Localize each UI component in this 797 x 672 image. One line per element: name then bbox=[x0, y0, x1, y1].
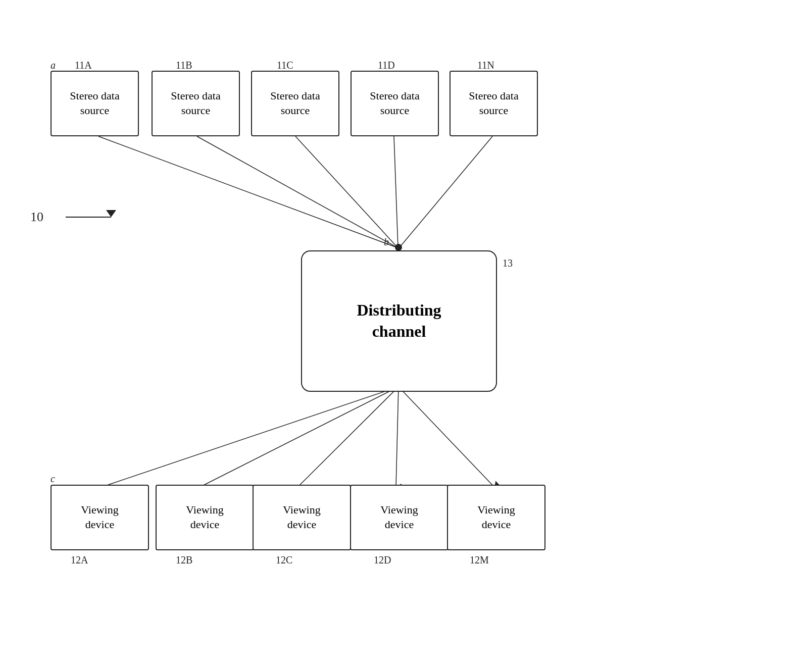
system-ref-label: 10 bbox=[30, 210, 43, 225]
source-id-11C: 11C bbox=[277, 60, 293, 71]
source-label-11A: Stereo datasource bbox=[70, 89, 119, 118]
viewer-id-12M: 12M bbox=[470, 554, 489, 566]
viewer-label-12A: Viewingdevice bbox=[81, 503, 118, 532]
source-box-11D: Stereo datasource bbox=[351, 71, 439, 136]
distributing-channel-ref: 13 bbox=[503, 257, 513, 269]
svg-line-7 bbox=[400, 136, 492, 247]
ref-point-c: c bbox=[51, 473, 55, 485]
viewer-label-12B: Viewingdevice bbox=[186, 503, 223, 532]
viewer-id-12D: 12D bbox=[374, 554, 391, 566]
source-label-11N: Stereo datasource bbox=[469, 89, 518, 118]
svg-line-3 bbox=[98, 136, 396, 247]
source-label-11C: Stereo datasource bbox=[270, 89, 320, 118]
source-box-11B: Stereo datasource bbox=[152, 71, 240, 136]
svg-line-10 bbox=[200, 387, 398, 487]
source-id-11A: 11A bbox=[75, 60, 92, 71]
viewer-box-12C: Viewingdevice bbox=[253, 485, 351, 550]
ref-point-b: b bbox=[384, 236, 389, 248]
viewer-box-12D: Viewingdevice bbox=[350, 485, 449, 550]
viewer-id-12A: 12A bbox=[71, 554, 88, 566]
viewer-box-12M: Viewingdevice bbox=[447, 485, 545, 550]
viewer-box-12B: Viewingdevice bbox=[156, 485, 254, 550]
source-box-11C: Stereo datasource bbox=[251, 71, 339, 136]
viewer-box-12A: Viewingdevice bbox=[51, 485, 149, 550]
svg-line-13 bbox=[398, 387, 494, 487]
svg-line-11 bbox=[297, 387, 398, 487]
svg-line-12 bbox=[396, 387, 398, 487]
source-id-11B: 11B bbox=[176, 60, 192, 71]
viewer-id-12B: 12B bbox=[176, 554, 192, 566]
source-box-11A: Stereo datasource bbox=[51, 71, 139, 136]
source-box-11N: Stereo datasource bbox=[450, 71, 538, 136]
svg-line-9 bbox=[101, 387, 398, 487]
svg-line-4 bbox=[197, 136, 397, 247]
distributing-channel-box: Distributingchannel bbox=[301, 250, 497, 392]
source-id-11D: 11D bbox=[378, 60, 395, 71]
ref-point-a: a bbox=[51, 60, 56, 71]
diagram: 10 Stereo datasource a 11A Stereo dataso… bbox=[0, 0, 797, 672]
svg-line-5 bbox=[295, 136, 397, 247]
svg-point-8 bbox=[395, 244, 402, 251]
viewer-id-12C: 12C bbox=[276, 554, 292, 566]
viewer-label-12D: Viewingdevice bbox=[380, 503, 418, 532]
viewer-label-12M: Viewingdevice bbox=[477, 503, 515, 532]
source-id-11N: 11N bbox=[477, 60, 494, 71]
viewer-label-12C: Viewingdevice bbox=[283, 503, 320, 532]
svg-line-6 bbox=[394, 136, 398, 247]
source-label-11D: Stereo datasource bbox=[370, 89, 419, 118]
distributing-channel-label: Distributingchannel bbox=[357, 300, 441, 342]
source-label-11B: Stereo datasource bbox=[171, 89, 220, 118]
